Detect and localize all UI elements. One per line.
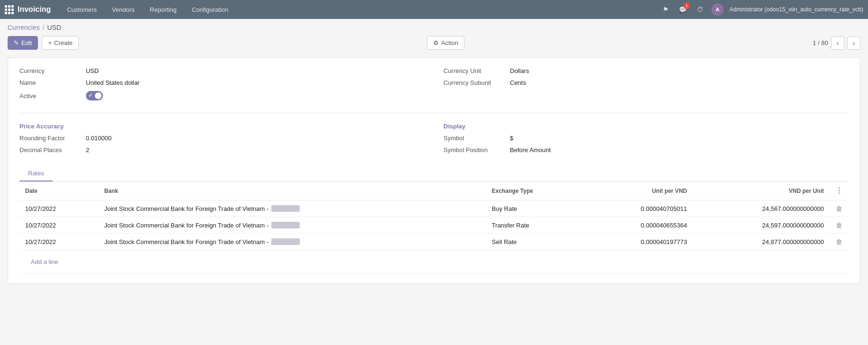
app-logo[interactable]: Invoicing	[5, 5, 51, 14]
tabs: Rates	[19, 166, 849, 182]
tab-rates[interactable]: Rates	[19, 166, 53, 182]
rounding-factor-value: 0.010000	[86, 135, 111, 142]
delete-icon[interactable]: 🗑	[836, 221, 842, 229]
currency-subunit-row: Currency Subunit Cents	[443, 79, 849, 86]
prev-page-button[interactable]: ‹	[831, 36, 844, 50]
col-exchange-type: Exchange Type	[486, 182, 585, 200]
divider-1	[19, 113, 849, 113]
symbol-value: $	[510, 135, 513, 142]
breadcrumb-current: USD	[47, 24, 62, 31]
table-row: 10/27/2022 Joint Stock Commercial Bank f…	[19, 200, 849, 217]
add-line-button[interactable]: Add a line	[25, 254, 64, 269]
table-row: 10/27/2022 Joint Stock Commercial Bank f…	[19, 217, 849, 234]
delete-icon[interactable]: 🗑	[836, 205, 842, 212]
col-date: Date	[19, 182, 99, 200]
symbol-position-value: Before Amount	[510, 146, 551, 154]
row1-date: 10/27/2022	[19, 200, 99, 217]
action-button[interactable]: ⚙ Action	[427, 36, 464, 50]
activity-icon[interactable]: ⚑	[660, 4, 672, 15]
toolbar: ✎ Edit + Create ⚙ Action 1 / 80 ‹ ›	[8, 36, 860, 50]
rounding-factor-label: Rounding Factor	[19, 135, 86, 142]
delete-icon[interactable]: 🗑	[836, 238, 842, 245]
table-actions-icon[interactable]: ⋮	[835, 187, 843, 195]
user-avatar[interactable]: A	[711, 3, 724, 16]
breadcrumb-parent[interactable]: Currencies	[8, 24, 40, 31]
nav-vendors[interactable]: Vendors	[105, 3, 141, 16]
breadcrumb: Currencies / USD	[8, 24, 860, 31]
active-toggle[interactable]: ✓	[86, 91, 103, 100]
row2-delete[interactable]: 🗑	[830, 217, 849, 234]
row1-delete[interactable]: 🗑	[830, 200, 849, 217]
form-section-middle: Price Accuracy Rounding Factor 0.010000 …	[19, 121, 849, 158]
row1-exchange-type: Buy Rate	[486, 200, 585, 217]
name-value: United States dollar	[86, 79, 139, 86]
price-accuracy-heading: Price Accuracy	[19, 123, 425, 130]
symbol-position-label: Symbol Position	[443, 146, 510, 154]
col-bank: Bank	[99, 182, 486, 200]
display-heading: Display	[443, 123, 849, 130]
messages-icon[interactable]: 💬 1	[677, 4, 689, 15]
rates-table: Date Bank Exchange Type Unit per VND VND…	[19, 182, 849, 274]
row3-bank-tag	[271, 238, 300, 245]
toggle-check-icon: ✓	[88, 92, 92, 99]
content-area: Currencies / USD ✎ Edit + Create ⚙ Actio…	[0, 19, 868, 289]
row1-bank-cell: Joint Stock Commercial Bank for Foreign …	[104, 205, 480, 212]
form-section-top: Currency USD Name United States dollar A…	[19, 67, 849, 105]
row2-date: 10/27/2022	[19, 217, 99, 234]
form-left: Currency USD Name United States dollar A…	[19, 67, 425, 105]
add-line-row: Add a line	[19, 250, 849, 274]
add-line-cell: Add a line	[19, 250, 849, 274]
row2-bank: Joint Stock Commercial Bank for Foreign …	[99, 217, 486, 234]
currency-row: Currency USD	[19, 67, 425, 74]
symbol-position-row: Symbol Position Before Amount	[443, 146, 849, 154]
decimal-places-value: 2	[86, 146, 89, 154]
active-label: Active	[19, 92, 86, 100]
symbol-row: Symbol $	[443, 135, 849, 142]
pagination: 1 / 80 ‹ ›	[813, 36, 860, 50]
topbar-right: ⚑ 💬 1 ⏱ A Administrator (odoo15_viin_aut…	[660, 3, 863, 16]
row2-vnd-per-unit: 24,597.000000000000	[693, 217, 830, 234]
col-vnd-per-unit: VND per Unit	[693, 182, 830, 200]
name-label: Name	[19, 79, 86, 86]
row3-exchange-type: Sell Rate	[486, 234, 585, 250]
nav-reporting[interactable]: Reporting	[143, 3, 183, 16]
nav-configuration[interactable]: Configuration	[185, 3, 235, 16]
row1-bank: Joint Stock Commercial Bank for Foreign …	[99, 200, 486, 217]
breadcrumb-separator: /	[43, 24, 45, 31]
create-button[interactable]: + Create	[42, 36, 79, 50]
row3-delete[interactable]: 🗑	[830, 234, 849, 250]
currency-subunit-label: Currency Subunit	[443, 79, 510, 86]
main-nav: Customers Vendors Reporting Configuratio…	[60, 3, 660, 16]
name-row: Name United States dollar	[19, 79, 425, 86]
currency-unit-row: Currency Unit Dollars	[443, 67, 849, 74]
messages-badge: 1	[683, 2, 690, 9]
app-name: Invoicing	[18, 5, 51, 14]
plus-icon: +	[48, 39, 52, 46]
gear-icon: ⚙	[433, 39, 439, 46]
row1-unit-per-vnd: 0.000040705011	[585, 200, 693, 217]
clock-icon[interactable]: ⏱	[694, 4, 706, 15]
edit-icon: ✎	[14, 39, 19, 46]
row3-bank-cell: Joint Stock Commercial Bank for Foreign …	[104, 238, 480, 245]
nav-customers[interactable]: Customers	[60, 3, 103, 16]
user-name: Administrator (odoo15_viin_auto_currency…	[729, 6, 863, 13]
next-page-button[interactable]: ›	[847, 36, 860, 50]
row3-bank: Joint Stock Commercial Bank for Foreign …	[99, 234, 486, 250]
row2-bank-cell: Joint Stock Commercial Bank for Foreign …	[104, 222, 480, 229]
row2-exchange-type: Transfer Rate	[486, 217, 585, 234]
col-unit-per-vnd: Unit per VND	[585, 182, 693, 200]
price-accuracy-section: Price Accuracy Rounding Factor 0.010000 …	[19, 121, 425, 158]
row1-bank-tag	[271, 205, 300, 212]
row2-unit-per-vnd: 0.000040655364	[585, 217, 693, 234]
decimal-places-label: Decimal Places	[19, 146, 86, 154]
row1-vnd-per-unit: 24,567.000000000000	[693, 200, 830, 217]
display-section: Display Symbol $ Symbol Position Before …	[443, 121, 849, 158]
form-card: Currency USD Name United States dollar A…	[8, 57, 860, 284]
currency-label: Currency	[19, 67, 86, 74]
edit-button[interactable]: ✎ Edit	[8, 36, 38, 50]
form-right: Currency Unit Dollars Currency Subunit C…	[443, 67, 849, 105]
table-header-row: Date Bank Exchange Type Unit per VND VND…	[19, 182, 849, 200]
currency-subunit-value: Cents	[510, 79, 526, 86]
currency-unit-label: Currency Unit	[443, 67, 510, 74]
currency-unit-value: Dollars	[510, 67, 529, 74]
